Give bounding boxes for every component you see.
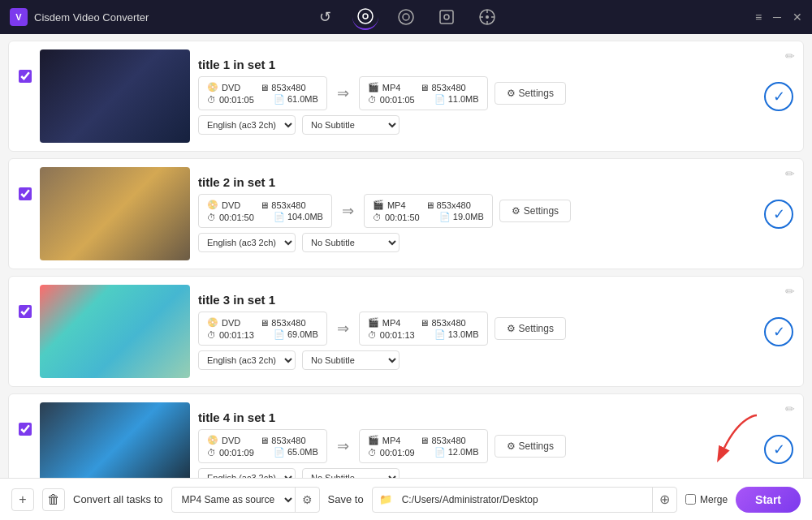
add-task-button[interactable]: + <box>11 488 34 511</box>
convert-arrow-4: ⇒ <box>337 437 349 455</box>
convert-arrow-3: ⇒ <box>337 320 349 337</box>
settings-button-2[interactable]: ⚙ Settings <box>499 200 571 222</box>
merge-label: Merge <box>700 494 728 505</box>
folder-icon: 📁 <box>373 493 399 505</box>
output-format-1: MP4 <box>382 83 401 92</box>
save-path-text: C:/Users/Administrator/Desktop <box>399 490 652 509</box>
source-box-4: 📀 DVD 🖥 853x480 ⏱ 00:01:09 📄 65.0MB <box>198 429 327 463</box>
task-checkbox-1[interactable] <box>19 70 32 83</box>
titlebar: V Cisdem Video Converter ↺ <box>0 0 812 34</box>
delete-task-button[interactable]: 🗑 <box>42 488 65 511</box>
language-select-2[interactable]: English (ac3 2ch) <box>198 233 296 252</box>
task-title-4: title 4 in set 1 <box>198 410 753 424</box>
source-box-2: 📀 DVD 🖥 853x480 ⏱ 00:01:50 📄 104.0MB <box>198 194 332 228</box>
task-title-3: title 3 in set 1 <box>198 293 753 307</box>
check-button-1[interactable]: ✓ <box>764 82 793 111</box>
source-duration-4: 00:01:09 <box>219 448 254 458</box>
close-button[interactable]: ✕ <box>793 11 802 24</box>
task-thumbnail-3 <box>40 285 190 378</box>
edit-icon-1[interactable]: ✏ <box>785 49 795 62</box>
nav-bar: ↺ <box>312 4 500 30</box>
select-row-4: English (ac3 2ch) No Subtitle <box>198 468 753 478</box>
gear-icon-1: ⚙ <box>507 88 516 99</box>
nav-icon-3[interactable] <box>393 4 419 30</box>
language-select-1[interactable]: English (ac3 2ch) <box>198 115 296 135</box>
task-checkbox-4[interactable] <box>19 423 32 436</box>
nav-icon-1[interactable]: ↺ <box>312 4 338 30</box>
dvd-icon-4: 📀 <box>207 435 218 445</box>
output-duration-2: 00:01:50 <box>385 213 420 222</box>
output-size-3: 📄 13.0MB <box>434 329 479 340</box>
convert-arrow-2: ⇒ <box>342 202 354 220</box>
output-format-3: MP4 <box>382 318 401 328</box>
settings-button-1[interactable]: ⚙ Settings <box>495 82 566 105</box>
output-box-4: 🎬 MP4 🖥 853x480 ⏱ 00:01:09 📄 12.0MB <box>359 429 488 463</box>
clock-icon-src-3: ⏱ <box>207 330 216 340</box>
format-settings-button[interactable]: ⚙ <box>295 488 319 512</box>
check-button-4[interactable]: ✓ <box>764 435 793 464</box>
gear-icon-2: ⚙ <box>512 205 520 217</box>
check-button-3[interactable]: ✓ <box>764 317 793 346</box>
media-info-4: 📀 DVD 🖥 853x480 ⏱ 00:01:09 📄 65.0MB ⇒ 🎬 … <box>198 429 753 463</box>
select-row-3: English (ac3 2ch) No Subtitle <box>198 350 753 370</box>
settings-button-3[interactable]: ⚙ Settings <box>495 317 566 340</box>
edit-icon-2[interactable]: ✏ <box>785 167 795 180</box>
mp4-icon-4: 🎬 <box>368 435 379 445</box>
media-info-3: 📀 DVD 🖥 853x480 ⏱ 00:01:13 📄 69.0MB ⇒ 🎬 … <box>198 312 753 346</box>
menu-button[interactable]: ≡ <box>755 11 762 24</box>
clock-icon-src-1: ⏱ <box>207 95 216 105</box>
clock-icon-out-2: ⏱ <box>373 213 382 222</box>
settings-label-4: Settings <box>519 440 554 452</box>
source-duration-3: 00:01:13 <box>219 330 254 340</box>
source-format-2: DVD <box>222 200 240 210</box>
task-title-1: title 1 in set 1 <box>198 58 753 71</box>
source-size-4: 📄 65.0MB <box>274 447 318 458</box>
source-format-1: DVD <box>222 83 240 92</box>
start-button[interactable]: Start <box>736 487 801 513</box>
convert-arrow-1: ⇒ <box>337 84 349 102</box>
nav-icon-5[interactable] <box>474 4 500 30</box>
clock-icon-out-4: ⏱ <box>368 448 377 458</box>
browse-button[interactable]: ⊕ <box>652 488 676 512</box>
gear-icon-3: ⚙ <box>507 323 516 334</box>
gear-icon-4: ⚙ <box>507 440 516 452</box>
svg-point-7 <box>486 15 489 19</box>
task-details-4: title 4 in set 1 📀 DVD 🖥 853x480 ⏱ 00:01… <box>198 410 753 478</box>
merge-checkbox[interactable] <box>685 494 696 505</box>
nav-icon-2[interactable] <box>352 4 378 30</box>
task-thumbnail-2 <box>40 167 190 260</box>
task-checkbox-3[interactable] <box>19 305 32 318</box>
task-title-2: title 2 in set 1 <box>198 175 753 189</box>
subtitle-select-3[interactable]: No Subtitle <box>302 350 400 370</box>
clock-icon-out-1: ⏱ <box>368 95 377 105</box>
check-button-2[interactable]: ✓ <box>764 200 793 229</box>
main-content: title 1 in set 1 📀 DVD 🖥 853x480 ⏱ 00:01… <box>0 34 812 478</box>
nav-icon-4[interactable] <box>434 4 460 30</box>
task-checkbox-2[interactable] <box>19 187 32 200</box>
media-info-2: 📀 DVD 🖥 853x480 ⏱ 00:01:50 📄 104.0MB ⇒ 🎬… <box>198 194 753 228</box>
output-box-1: 🎬 MP4 🖥 853x480 ⏱ 00:01:05 📄 11.0MB <box>359 76 488 110</box>
dvd-icon-1: 📀 <box>207 82 218 92</box>
edit-icon-4[interactable]: ✏ <box>785 402 795 415</box>
language-select-3[interactable]: English (ac3 2ch) <box>198 350 296 370</box>
bottom-bar: + 🗑 Convert all tasks to MP4 Same as sou… <box>0 478 812 520</box>
output-duration-1: 00:01:05 <box>380 95 415 105</box>
minimize-button[interactable]: ─ <box>773 11 781 24</box>
subtitle-select-4[interactable]: No Subtitle <box>302 468 400 478</box>
select-row-2: English (ac3 2ch) No Subtitle <box>198 233 753 252</box>
task-details-1: title 1 in set 1 📀 DVD 🖥 853x480 ⏱ 00:01… <box>198 58 753 135</box>
language-select-4[interactable]: English (ac3 2ch) <box>198 468 296 478</box>
subtitle-select-1[interactable]: No Subtitle <box>302 115 400 135</box>
svg-point-5 <box>444 15 449 19</box>
clock-icon-src-2: ⏱ <box>207 213 216 222</box>
subtitle-select-2[interactable]: No Subtitle <box>302 233 400 252</box>
source-format-4: DVD <box>222 436 240 445</box>
dvd-icon-3: 📀 <box>207 317 218 328</box>
edit-icon-3[interactable]: ✏ <box>785 285 795 298</box>
source-size-3: 📄 69.0MB <box>274 329 318 340</box>
settings-button-4[interactable]: ⚙ Settings <box>495 435 566 458</box>
output-resolution-1: 🖥 853x480 <box>420 83 465 92</box>
format-select[interactable]: MP4 Same as source <box>172 489 295 510</box>
output-duration-4: 00:01:09 <box>380 448 415 458</box>
source-resolution-2: 🖥 853x480 <box>260 200 305 210</box>
